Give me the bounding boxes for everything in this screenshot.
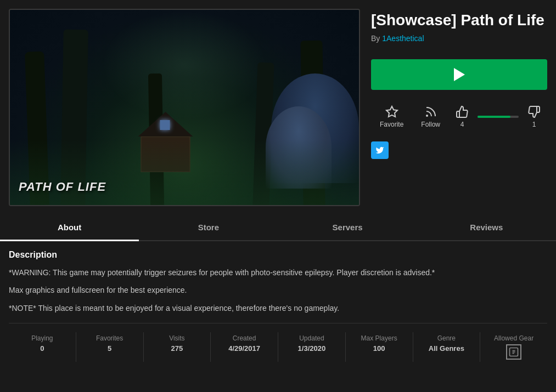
gear-box-icon	[508, 346, 519, 357]
ground-mist	[10, 139, 359, 205]
thumbs-up-icon	[456, 105, 469, 118]
content-area: Description *WARNING: This game may pote…	[0, 241, 556, 371]
stat-updated: Updated 1/3/2020	[278, 332, 346, 362]
dislike-button[interactable]: 1	[521, 101, 547, 133]
twitter-button[interactable]	[371, 141, 389, 159]
rss-icon	[424, 105, 437, 118]
play-icon	[454, 68, 465, 81]
genre-value: All Genres	[429, 344, 464, 353]
tab-store[interactable]: Store	[139, 215, 278, 241]
created-label: Created	[233, 334, 256, 342]
stat-favorites: Favorites 5	[76, 332, 144, 362]
tab-servers[interactable]: Servers	[278, 215, 417, 241]
description-title: Description	[9, 250, 547, 260]
visits-label: Visits	[169, 334, 184, 342]
game-title: [Showcase] Path of Life	[371, 11, 547, 30]
like-button[interactable]: 4	[449, 101, 475, 133]
social-buttons	[371, 141, 547, 159]
stat-created: Created 4/29/2017	[211, 332, 278, 362]
stat-allowed-gear: Allowed Gear	[480, 332, 547, 362]
visits-value: 275	[171, 344, 183, 353]
game-info-panel: [Showcase] Path of Life By 1Aesthetical …	[371, 9, 547, 206]
genre-label: Genre	[437, 334, 456, 342]
dislike-count: 1	[532, 121, 536, 128]
graphics-text: Max graphics and fullscreen for the best…	[9, 284, 547, 296]
stat-playing: Playing 0	[9, 332, 76, 362]
vote-bar-fill	[478, 116, 510, 118]
warning-text: *WARNING: This game may potentially trig…	[9, 266, 547, 279]
updated-value: 1/3/2020	[298, 344, 326, 353]
tab-reviews[interactable]: Reviews	[417, 215, 556, 241]
star-icon	[385, 105, 398, 118]
updated-label: Updated	[299, 334, 324, 342]
allowed-gear-label: Allowed Gear	[494, 334, 533, 342]
like-count: 4	[460, 121, 464, 128]
stat-visits: Visits 275	[144, 332, 211, 362]
allowed-gear-icon	[506, 344, 521, 360]
author-name[interactable]: 1Aesthetical	[382, 34, 424, 43]
action-buttons-row: Favorite Follow 4	[371, 101, 547, 133]
favorites-label: Favorites	[96, 334, 123, 342]
stat-genre: Genre All Genres	[413, 332, 481, 362]
game-thumbnail: PATH OF LIFE	[9, 9, 360, 206]
sky-glow	[102, 10, 267, 120]
stat-max-players: Max Players 100	[346, 332, 413, 362]
thumbnail-title: PATH OF LIFE	[19, 180, 106, 194]
note-text: *NOTE* This place is meant to be enjoyed…	[9, 302, 547, 314]
play-button[interactable]	[371, 59, 547, 90]
favorite-label: Favorite	[380, 121, 403, 128]
stats-bar: Playing 0 Favorites 5 Visits 275 Created…	[9, 323, 547, 362]
game-author: By 1Aesthetical	[371, 34, 547, 43]
follow-label: Follow	[421, 121, 440, 128]
cottage-window	[160, 120, 170, 130]
favorites-value: 5	[108, 344, 111, 353]
top-section: PATH OF LIFE [Showcase] Path of Life By …	[0, 0, 556, 215]
svg-marker-0	[386, 106, 397, 117]
thumbnail-art	[10, 10, 359, 205]
max-players-value: 100	[373, 344, 385, 353]
created-value: 4/29/2017	[228, 344, 260, 353]
tab-about[interactable]: About	[0, 215, 139, 241]
follow-button[interactable]: Follow	[412, 101, 449, 133]
twitter-icon	[375, 146, 384, 155]
playing-label: Playing	[31, 334, 53, 342]
playing-value: 0	[40, 344, 44, 353]
vote-bar	[478, 116, 519, 118]
max-players-label: Max Players	[361, 334, 397, 342]
thumbs-down-icon	[527, 105, 541, 118]
tabs-bar: About Store Servers Reviews	[0, 215, 556, 241]
favorite-button[interactable]: Favorite	[371, 101, 412, 133]
svg-point-1	[426, 115, 428, 116]
